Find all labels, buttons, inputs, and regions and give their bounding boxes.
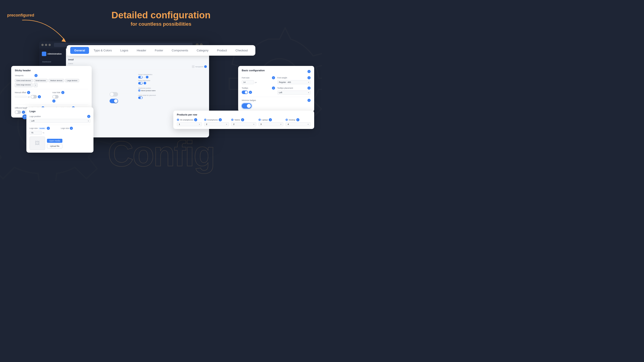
xs-info[interactable]: i: [194, 118, 197, 121]
chevron-down-icon: ▾: [226, 123, 227, 125]
divider2: [15, 104, 88, 105]
viewport-dropdown[interactable]: ▾: [34, 83, 38, 87]
logo-size-mobile-group: Logo size mobile i 75 %: [30, 127, 59, 135]
viewport-tag-xl[interactable]: Extra large devices: [15, 83, 33, 87]
logo-size-group: Logo size i: [61, 127, 90, 135]
percent-label: %: [43, 132, 44, 134]
logo-position-select[interactable]: Left ▾: [30, 119, 90, 123]
toggle-overlay-on[interactable]: [110, 99, 118, 103]
tab-footer[interactable]: Footer: [151, 47, 167, 54]
labels-toggle[interactable]: [138, 96, 143, 99]
desk-select[interactable]: 4 ▾: [286, 122, 310, 126]
fs-info[interactable]: i: [272, 76, 275, 79]
colors-label: Colors: [68, 62, 207, 64]
viewport-tag-sm[interactable]: Small devices: [34, 79, 48, 82]
variant-value: ...: [144, 76, 145, 78]
upload-file-button[interactable]: Upload file: [47, 144, 62, 148]
mo-toggle-info[interactable]: i: [38, 95, 41, 98]
variant-toggle[interactable]: [138, 76, 143, 78]
desk-info[interactable]: i: [296, 118, 300, 121]
px-label: px: [28, 96, 30, 98]
manual-offset-info[interactable]: i: [27, 91, 30, 94]
ls2-info[interactable]: i: [70, 127, 73, 130]
dh-info2[interactable]: i: [22, 111, 25, 114]
tt-info[interactable]: i: [272, 86, 275, 90]
divider: [15, 89, 88, 89]
auto-hide-toggle[interactable]: [52, 95, 58, 98]
chevron-down-icon: ▾: [280, 123, 281, 125]
minimize-badges-toggle[interactable]: [242, 103, 252, 109]
tab-product[interactable]: Product: [213, 47, 231, 54]
viewport-tag-md[interactable]: Medium devices: [48, 79, 64, 82]
tab-header[interactable]: Header: [133, 47, 150, 54]
tab-text: Tablets: [234, 119, 240, 121]
fw-info[interactable]: i: [308, 76, 310, 79]
logo-pos-info[interactable]: i: [87, 115, 90, 118]
manual-offset-label: Manual offset: [15, 91, 26, 94]
radio-warehouse[interactable]: [138, 89, 140, 92]
toggle-overlay-container: [110, 92, 118, 96]
viewport-tag-xs[interactable]: Extra small devices: [15, 79, 33, 82]
tab-components[interactable]: Components: [168, 47, 192, 54]
detail-section-title: Detail: [68, 58, 207, 61]
tab-value: 2: [233, 123, 234, 125]
tab-checkout[interactable]: Checkout: [232, 47, 252, 54]
mb-info[interactable]: i: [308, 99, 310, 102]
xs-select[interactable]: 1 ▾: [177, 122, 202, 126]
tooltips-label: Tooltips: [242, 87, 248, 89]
logo-size-input[interactable]: 75: [30, 131, 42, 135]
toggle-overlay-off[interactable]: [110, 92, 118, 96]
lap-select[interactable]: 3 ▾: [258, 122, 284, 126]
logo-position-group: Logo position i Left ▾: [30, 115, 90, 123]
open-media-button[interactable]: Open media: [47, 139, 62, 143]
desk-radio[interactable]: [286, 119, 288, 121]
prod-cell-smartphones: Smartphones i 2 ▾: [204, 118, 229, 126]
font-weight-select[interactable]: Regular · 400 ▾: [277, 80, 310, 84]
tab-select[interactable]: 2 ▾: [231, 122, 256, 126]
desk-label: Desktop i: [286, 118, 310, 121]
tab-radio[interactable]: [231, 119, 234, 121]
sm-radio[interactable]: [204, 119, 206, 121]
bg-color-info: [204, 65, 207, 68]
arrow-decoration: [20, 18, 69, 45]
font-size-input[interactable]: 14: [242, 80, 254, 84]
logo-panel-title: Logo: [30, 110, 90, 113]
tooltips-toggle[interactable]: [242, 90, 248, 94]
diff-height-toggle[interactable]: [15, 110, 21, 114]
lap-info[interactable]: i: [269, 118, 272, 121]
auto-hide-info[interactable]: i: [61, 91, 64, 94]
color-picker[interactable]: [192, 65, 194, 68]
tt-info2[interactable]: i: [249, 91, 252, 94]
tooltips-placement-select[interactable]: Left ▾: [277, 90, 310, 94]
font-size-label: Font size: [242, 77, 250, 79]
rph-toggle[interactable]: [138, 82, 143, 84]
tab-logos[interactable]: Logos: [116, 47, 132, 54]
tab-typo-colors[interactable]: Typo & Colors: [90, 47, 116, 54]
tab-category[interactable]: Category: [192, 47, 212, 54]
prod-cell-tablets: Tablets i 2 ▾: [231, 118, 256, 126]
bc-divider: [242, 97, 310, 97]
products-panel-title: Products per row: [177, 113, 310, 116]
tab-info[interactable]: i: [241, 118, 244, 121]
font-unit: px: [255, 81, 257, 83]
lap-label: Laptops i: [258, 118, 284, 121]
tp-info[interactable]: i: [308, 86, 310, 90]
lap-radio[interactable]: [258, 119, 261, 121]
xs-radio[interactable]: [177, 119, 179, 121]
desk-value: 4: [288, 123, 289, 125]
bc-info[interactable]: i: [308, 70, 310, 73]
manual-offset-input[interactable]: [15, 96, 27, 98]
tab-general[interactable]: General: [70, 47, 89, 54]
ah-info[interactable]: i: [52, 99, 56, 103]
chevron-down-icon: ▾: [35, 84, 36, 86]
manual-offset-toggle[interactable]: [31, 95, 37, 98]
chevron-down-icon: ▾: [88, 120, 89, 122]
sidebar-item-dashboard[interactable]: Dashboard: [41, 60, 64, 64]
logo-size2-label: Logo size: [61, 127, 69, 129]
minimize-badges-label: Minimize badges: [242, 99, 256, 101]
sm-info[interactable]: i: [219, 118, 222, 121]
sm-select[interactable]: 2 ▾: [204, 122, 229, 126]
ls-info[interactable]: i: [47, 127, 50, 130]
viewport-tag-lg[interactable]: Large devices: [65, 79, 79, 82]
viewports-info-icon[interactable]: i: [34, 74, 38, 77]
